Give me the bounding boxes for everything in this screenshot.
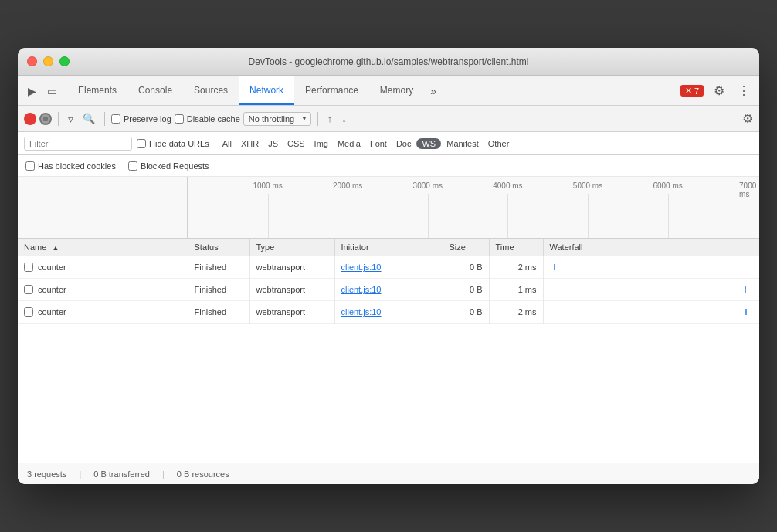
- col-header-status[interactable]: Status: [188, 239, 249, 256]
- col-header-type[interactable]: Type: [249, 239, 334, 256]
- network-toolbar: ▿ 🔍 Preserve log Disable cache No thrott…: [18, 106, 759, 132]
- tab-performance[interactable]: Performance: [294, 76, 369, 105]
- throttle-select[interactable]: No throttling: [243, 112, 311, 126]
- row2-checkbox[interactable]: [24, 285, 33, 294]
- blocked-requests-label[interactable]: Blocked Requests: [128, 161, 209, 171]
- checkbox-row: Has blocked cookies Blocked Requests: [18, 155, 759, 177]
- devtools-window: DevTools - googlechrome.github.io/sample…: [18, 48, 759, 484]
- filter-font[interactable]: Font: [366, 138, 391, 149]
- tick-line-5: [588, 194, 589, 238]
- col-header-size[interactable]: Size: [443, 239, 489, 256]
- tab-network[interactable]: Network: [239, 76, 294, 105]
- blocked-requests-checkbox[interactable]: [128, 161, 137, 171]
- filter-other[interactable]: Other: [484, 138, 514, 149]
- transferred-size: 0 B transferred: [93, 469, 150, 479]
- device-icon[interactable]: ▭: [44, 83, 59, 99]
- col-header-name[interactable]: Name ▲: [18, 239, 188, 256]
- filter-img[interactable]: Img: [310, 138, 332, 149]
- tick-3000ms: 3000 ms: [413, 181, 443, 190]
- row1-type: webtransport: [249, 256, 334, 279]
- upload-button[interactable]: ↑: [324, 111, 336, 126]
- window-title: DevTools - googlechrome.github.io/sample…: [249, 56, 529, 67]
- hide-data-urls-checkbox[interactable]: [137, 139, 146, 148]
- filter-media[interactable]: Media: [334, 138, 365, 149]
- row1-waterfall: [543, 256, 759, 279]
- disable-cache-checkbox[interactable]: [175, 114, 184, 124]
- header-row: Name ▲ Status Type Initiator Size Time W…: [18, 239, 759, 256]
- tick-line-4: [507, 194, 508, 238]
- tab-sources[interactable]: Sources: [183, 76, 239, 105]
- hide-data-urls-label[interactable]: Hide data URLs: [137, 139, 209, 148]
- row3-size: 0 B: [443, 301, 489, 324]
- timeline-header: 1000 ms 2000 ms 3000 ms 4000 ms 5000 ms …: [18, 177, 759, 239]
- tab-bar: ▶ ▭ Elements Console Sources Network Per…: [18, 76, 759, 106]
- error-badge[interactable]: ✕ 7: [680, 85, 704, 97]
- row2-size: 0 B: [443, 279, 489, 301]
- row3-status: Finished: [188, 301, 249, 324]
- row1-initiator-link[interactable]: client.js:10: [341, 263, 382, 272]
- close-button[interactable]: [27, 56, 37, 66]
- filter-bar: Hide data URLs All XHR JS CSS Img Media …: [18, 132, 759, 155]
- blocked-cookies-label[interactable]: Has blocked cookies: [25, 161, 116, 171]
- tab-icons: ▶ ▭: [24, 83, 59, 99]
- download-button[interactable]: ↓: [338, 111, 350, 126]
- table-row[interactable]: counter Finished webtransport client.js:…: [18, 279, 759, 301]
- cursor-icon[interactable]: ▶: [24, 83, 39, 99]
- status-divider-1: |: [79, 469, 81, 479]
- row1-checkbox[interactable]: [24, 263, 33, 272]
- maximize-button[interactable]: [59, 56, 70, 66]
- disable-cache-label[interactable]: Disable cache: [175, 114, 240, 124]
- row2-initiator-link[interactable]: client.js:10: [341, 285, 382, 294]
- col-header-waterfall[interactable]: Waterfall: [543, 239, 759, 256]
- filter-doc[interactable]: Doc: [392, 138, 416, 149]
- col-header-initiator[interactable]: Initiator: [334, 239, 443, 256]
- traffic-lights: [27, 56, 70, 66]
- toolbar-divider-2: [104, 112, 105, 126]
- tick-2000ms: 2000 ms: [333, 181, 362, 190]
- row2-waterfall-bar: [745, 286, 746, 293]
- tick-line-1: [268, 194, 269, 238]
- row3-initiator-link[interactable]: client.js:10: [341, 307, 382, 317]
- tick-line-2: [348, 194, 348, 238]
- col-header-time[interactable]: Time: [489, 239, 543, 256]
- filter-css[interactable]: CSS: [283, 138, 309, 149]
- filter-ws[interactable]: WS: [416, 138, 441, 149]
- filter-input[interactable]: [24, 137, 132, 151]
- settings-button[interactable]: ⚙: [710, 82, 728, 100]
- toolbar-divider-1: [58, 112, 59, 126]
- tab-memory[interactable]: Memory: [369, 76, 424, 105]
- tick-line-7: [748, 194, 748, 238]
- stop-button[interactable]: [39, 113, 52, 125]
- filter-xhr[interactable]: XHR: [237, 138, 263, 149]
- more-options-button[interactable]: ⋮: [735, 82, 753, 100]
- filter-icon[interactable]: ▿: [65, 111, 76, 127]
- row3-waterfall-bar: [745, 309, 747, 315]
- row1-size: 0 B: [443, 256, 489, 279]
- table-row[interactable]: counter Finished webtransport client.js:…: [18, 256, 759, 279]
- record-button[interactable]: [24, 113, 36, 125]
- filter-js[interactable]: JS: [264, 138, 282, 149]
- empty-area: [18, 324, 759, 463]
- blocked-cookies-checkbox[interactable]: [25, 161, 35, 171]
- sort-arrow: ▲: [52, 244, 59, 252]
- tab-overflow[interactable]: »: [424, 76, 443, 105]
- preserve-log-checkbox[interactable]: [111, 114, 120, 124]
- row3-checkbox[interactable]: [24, 307, 33, 317]
- network-table-container: Name ▲ Status Type Initiator Size Time W…: [18, 239, 759, 463]
- tab-console[interactable]: Console: [127, 76, 183, 105]
- minimize-button[interactable]: [43, 56, 53, 66]
- search-icon[interactable]: 🔍: [80, 111, 98, 126]
- table-row[interactable]: counter Finished webtransport client.js:…: [18, 301, 759, 324]
- preserve-log-label[interactable]: Preserve log: [111, 114, 171, 124]
- row1-status: Finished: [188, 256, 249, 279]
- row3-type: webtransport: [249, 301, 334, 324]
- row3-initiator: client.js:10: [334, 301, 443, 324]
- devtools-panel: ▶ ▭ Elements Console Sources Network Per…: [18, 76, 759, 484]
- tab-elements[interactable]: Elements: [67, 76, 127, 105]
- filter-manifest[interactable]: Manifest: [443, 138, 483, 149]
- throttle-wrapper: No throttling: [243, 112, 311, 126]
- toolbar-settings-button[interactable]: ⚙: [742, 111, 753, 126]
- filter-all[interactable]: All: [219, 138, 236, 149]
- row1-name: counter: [18, 256, 188, 279]
- status-bar: 3 requests | 0 B transferred | 0 B resou…: [18, 463, 759, 484]
